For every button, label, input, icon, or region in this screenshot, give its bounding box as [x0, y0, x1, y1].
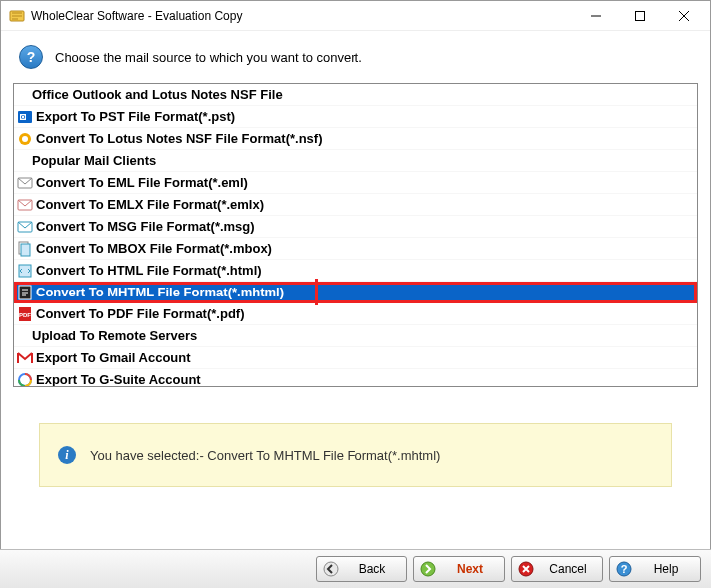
list-item[interactable]: Convert To MBOX File Format(*.mbox) — [14, 238, 697, 260]
arrow-right-icon — [420, 561, 436, 577]
mbox-icon — [17, 241, 33, 257]
list-item-label: Convert To EMLX File Format(*.emlx) — [36, 197, 264, 212]
svg-point-22 — [421, 562, 435, 576]
list-item-label: Convert To PDF File Format(*.pdf) — [36, 306, 244, 321]
cancel-button[interactable]: Cancel — [511, 556, 603, 582]
titlebar: WholeClear Software - Evaluation Copy — [1, 1, 710, 31]
svg-point-9 — [22, 136, 28, 142]
list-item-label: Export To Gmail Account — [36, 350, 191, 365]
maximize-button[interactable] — [618, 2, 662, 30]
help-icon: ? — [616, 561, 632, 577]
list-item[interactable]: Convert To EMLX File Format(*.emlx) — [14, 194, 697, 216]
outlook-icon: O — [17, 109, 33, 125]
list-item-label: Convert To MBOX File Format(*.mbox) — [36, 241, 272, 256]
app-icon — [9, 8, 25, 24]
footer: Back Next Cancel ? Help — [0, 549, 711, 588]
list-item-label: Convert To EML File Format(*.eml) — [36, 175, 248, 190]
svg-rect-2 — [636, 11, 645, 20]
list-heading: Upload To Remote Servers — [14, 325, 697, 347]
html-icon — [17, 263, 33, 279]
list-item-label: Export To PST File Format(*.pst) — [36, 109, 235, 124]
help-button[interactable]: ? Help — [609, 556, 701, 582]
list-item[interactable]: Convert To Lotus Notes NSF File Format(*… — [14, 128, 697, 150]
svg-rect-14 — [21, 244, 30, 256]
status-panel: i You have selected:- Convert To MHTML F… — [39, 423, 672, 487]
list-item-label: Convert To MSG File Format(*.msg) — [36, 219, 255, 234]
list-item-label: Export To G-Suite Account — [36, 372, 201, 386]
arrow-left-icon — [323, 561, 339, 577]
question-icon: ? — [19, 45, 43, 69]
list-heading: Popular Mail Clients — [14, 150, 697, 172]
list-item-label: Convert To HTML File Format(*.html) — [36, 263, 262, 278]
format-list[interactable]: Office Outlook and Lotus Notes NSF FileO… — [14, 84, 697, 386]
cancel-icon — [518, 561, 534, 577]
format-list-container: Office Outlook and Lotus Notes NSF FileO… — [13, 83, 698, 387]
minimize-button[interactable] — [574, 2, 618, 30]
header: ? Choose the mail source to which you wa… — [1, 31, 710, 83]
list-item[interactable]: OExport To PST File Format(*.pst) — [14, 106, 697, 128]
list-item[interactable]: Convert To HTML File Format(*.html) — [14, 260, 697, 282]
window-title: WholeClear Software - Evaluation Copy — [31, 9, 574, 23]
eml-icon — [17, 175, 33, 191]
list-item[interactable]: Convert To MHTML File Format(*.mhtml) — [14, 282, 697, 303]
list-item[interactable]: PDFConvert To PDF File Format(*.pdf) — [14, 303, 697, 325]
nsf-icon — [17, 131, 33, 147]
info-icon: i — [58, 446, 76, 464]
next-label: Next — [442, 562, 498, 576]
cancel-label: Cancel — [540, 562, 596, 576]
svg-text:?: ? — [621, 563, 628, 575]
close-button[interactable] — [662, 2, 706, 30]
next-button[interactable]: Next — [413, 556, 505, 582]
svg-rect-15 — [19, 265, 31, 277]
msg-icon — [17, 219, 33, 235]
header-text: Choose the mail source to which you want… — [55, 50, 362, 65]
gsuite-icon — [17, 372, 33, 387]
emlx-icon — [17, 197, 33, 213]
list-heading: Office Outlook and Lotus Notes NSF File — [14, 84, 697, 106]
list-item[interactable]: Convert To EML File Format(*.eml) — [14, 172, 697, 194]
back-button[interactable]: Back — [316, 556, 407, 582]
list-item[interactable]: Export To Gmail Account — [14, 347, 697, 369]
pdf-icon: PDF — [17, 306, 33, 322]
list-item-label: Popular Mail Clients — [32, 153, 156, 168]
list-item-label: Office Outlook and Lotus Notes NSF File — [32, 87, 283, 102]
list-item-label: Convert To MHTML File Format(*.mhtml) — [36, 285, 284, 299]
svg-text:O: O — [21, 114, 26, 120]
list-item-label: Upload To Remote Servers — [32, 328, 197, 343]
gmail-icon — [17, 350, 33, 366]
help-label: Help — [638, 562, 694, 576]
list-item-label: Convert To Lotus Notes NSF File Format(*… — [36, 131, 323, 146]
status-text: You have selected:- Convert To MHTML Fil… — [90, 448, 440, 463]
back-label: Back — [345, 562, 400, 576]
svg-point-21 — [324, 562, 338, 576]
svg-text:PDF: PDF — [19, 312, 31, 318]
list-item[interactable]: Convert To MSG File Format(*.msg) — [14, 216, 697, 238]
mhtml-icon — [17, 285, 33, 300]
list-item[interactable]: Export To G-Suite Account — [14, 369, 697, 386]
